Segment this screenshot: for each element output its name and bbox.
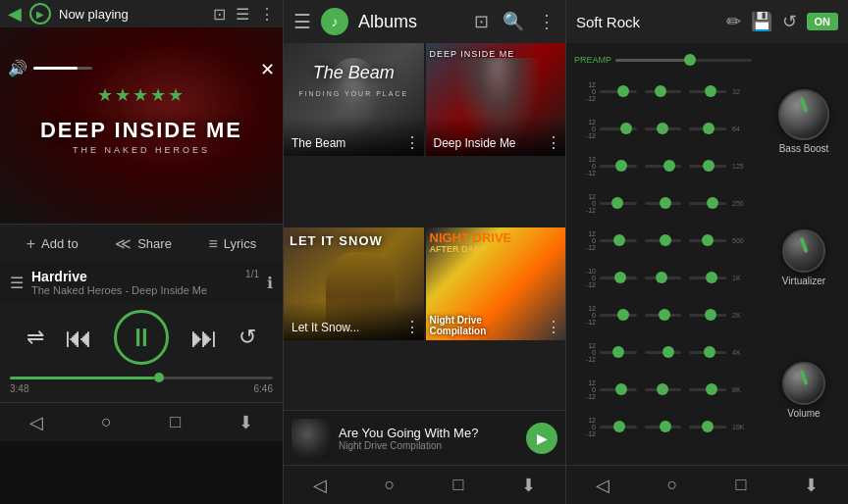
- bottom-play-button[interactable]: ▶: [526, 423, 557, 454]
- album-deep[interactable]: DEEP INSIDE ME Deep Inside Me ⋮: [426, 43, 566, 156]
- albums-nav-down[interactable]: ⬇: [521, 475, 536, 496]
- band-slider-29[interactable]: [645, 426, 682, 428]
- share-button[interactable]: ≪ Share: [115, 234, 172, 253]
- album-beam[interactable]: The Beam FINDING YOUR PLACE The Beam ⋮: [284, 43, 424, 156]
- nav-back-icon[interactable]: ◁: [29, 412, 43, 433]
- band-slider-19[interactable]: [600, 314, 637, 317]
- eq-on-button[interactable]: ON: [807, 13, 839, 30]
- albums-header: ☰ ♪ Albums ⊡ 🔍 ⋮: [284, 0, 565, 43]
- pause-button[interactable]: ⏸: [114, 310, 169, 365]
- band-slider-3[interactable]: [689, 90, 726, 93]
- band-slider-13[interactable]: [600, 239, 637, 242]
- shuffle-button[interactable]: ⇌: [26, 325, 44, 350]
- night-art-label: NIGHT DRIVE AFTER DARK: [430, 231, 512, 254]
- preamp-slider[interactable]: [615, 59, 752, 62]
- rating-stars[interactable]: ★★★★★: [0, 84, 283, 106]
- nav-recents-icon[interactable]: □: [170, 412, 181, 432]
- band-slider-25[interactable]: [600, 388, 637, 391]
- search-icon[interactable]: 🔍: [503, 11, 524, 32]
- album-deep-menu[interactable]: ⋮: [546, 133, 561, 152]
- volume-knob[interactable]: [782, 362, 825, 405]
- menu-icon[interactable]: ☰: [293, 10, 311, 33]
- nav-home-icon[interactable]: ○: [101, 412, 112, 432]
- album-night[interactable]: NIGHT DRIVE AFTER DARK Night DriveCompil…: [426, 227, 566, 340]
- band-slider-9[interactable]: [689, 165, 726, 168]
- track-info-button[interactable]: ℹ: [267, 274, 273, 292]
- band-slider-20[interactable]: [645, 314, 682, 317]
- band-slider-14[interactable]: [645, 239, 682, 242]
- eq-reset-icon[interactable]: ↺: [782, 11, 797, 32]
- progress-thumb[interactable]: [154, 373, 164, 382]
- band-slider-27[interactable]: [689, 388, 726, 391]
- album-night-menu[interactable]: ⋮: [546, 318, 561, 336]
- eq-pencil-icon[interactable]: ✏: [726, 11, 741, 32]
- lyrics-button[interactable]: ≡ Lyrics: [208, 235, 256, 253]
- add-to-button[interactable]: + Add to: [26, 235, 79, 253]
- back-icon[interactable]: ◀: [8, 3, 22, 25]
- band-slider-15[interactable]: [689, 239, 726, 242]
- mini-play-icon[interactable]: ▶: [29, 3, 51, 25]
- band-slider-23[interactable]: [645, 351, 682, 354]
- band-slider-22[interactable]: [600, 351, 637, 354]
- eq-band-row-2: 12 0 -12 64: [566, 110, 760, 147]
- band-slider-4[interactable]: [600, 127, 637, 130]
- band-slider-30[interactable]: [689, 426, 726, 428]
- band-slider-7[interactable]: [600, 165, 637, 168]
- albums-nav-home[interactable]: ○: [385, 475, 396, 495]
- equalizer-icon[interactable]: ☰: [236, 5, 249, 24]
- band-slider-6[interactable]: [689, 127, 726, 130]
- track-details: 1/1 Hardrive The Naked Heroes - Deep Ins…: [31, 269, 259, 296]
- volume-bar[interactable]: [33, 67, 92, 70]
- band-slider-17[interactable]: [645, 277, 682, 279]
- more-icon[interactable]: ⋮: [259, 5, 275, 24]
- band-slider-11[interactable]: [645, 202, 682, 205]
- eq-header-icons: ✏ 💾 ↺: [726, 11, 797, 32]
- nav-down-icon[interactable]: ⬇: [238, 412, 253, 433]
- album-beam-menu[interactable]: ⋮: [404, 133, 420, 152]
- band-slider-8[interactable]: [645, 165, 682, 168]
- progress-bar[interactable]: [10, 377, 273, 379]
- total-time: 6:46: [254, 383, 273, 394]
- band-slider-1[interactable]: [600, 90, 637, 93]
- progress-times: 3:48 6:46: [10, 383, 273, 394]
- band-slider-5[interactable]: [645, 127, 682, 130]
- freq-32: 32: [730, 88, 752, 95]
- band-slider-12[interactable]: [689, 202, 726, 205]
- bass-boost-knob[interactable]: [778, 89, 829, 140]
- eq-band-row-7: 12 0 -12 2K: [566, 296, 760, 333]
- preamp-label: PREAMP: [574, 55, 610, 65]
- band-slider-24[interactable]: [689, 351, 726, 354]
- band-slider-28[interactable]: [600, 426, 637, 428]
- virtualizer-knob[interactable]: [782, 229, 825, 273]
- virtualizer-label: Virtualizer: [782, 276, 825, 286]
- eq-nav-recents[interactable]: □: [736, 475, 747, 495]
- band-slider-21[interactable]: [689, 314, 726, 317]
- cast-icon[interactable]: ⊡: [213, 5, 226, 24]
- cast-albums-icon[interactable]: ⊡: [474, 11, 489, 32]
- track-artist: The Naked Heroes - Deep Inside Me: [31, 284, 259, 296]
- albums-nav-recents[interactable]: □: [453, 475, 464, 495]
- player-panel: ◀ ▶ Now playing ⊡ ☰ ⋮ 🔊 ✕ ★★★★★ DEEP INS…: [0, 0, 283, 504]
- volume-icon[interactable]: 🔊: [8, 59, 27, 77]
- band-slider-2[interactable]: [645, 90, 682, 93]
- album-snow[interactable]: LET IT SNOW Let It Snow... ⋮: [284, 227, 424, 340]
- repeat-button[interactable]: ↺: [238, 325, 256, 350]
- band-slider-10[interactable]: [600, 202, 637, 205]
- band-slider-26[interactable]: [645, 388, 682, 391]
- virtualizer-group: Virtualizer: [782, 229, 825, 286]
- album-snow-menu[interactable]: ⋮: [404, 318, 420, 336]
- band-slider-18[interactable]: [689, 277, 726, 279]
- more-albums-icon[interactable]: ⋮: [538, 11, 556, 32]
- player-status-bar: ◀ ▶ Now playing ⊡ ☰ ⋮: [0, 0, 283, 27]
- eq-nav-back[interactable]: ◁: [596, 475, 610, 496]
- band-slider-16[interactable]: [600, 277, 637, 279]
- track-list-icon[interactable]: ☰: [10, 274, 24, 292]
- eq-save-icon[interactable]: 💾: [751, 11, 772, 32]
- previous-button[interactable]: ⏮: [65, 322, 92, 354]
- next-button[interactable]: ⏭: [190, 322, 218, 354]
- eq-nav-home[interactable]: ○: [667, 475, 678, 495]
- eq-nav-down[interactable]: ⬇: [804, 475, 819, 496]
- close-button[interactable]: ✕: [260, 59, 275, 80]
- freq-250: 250: [730, 200, 752, 207]
- albums-nav-back[interactable]: ◁: [313, 475, 327, 496]
